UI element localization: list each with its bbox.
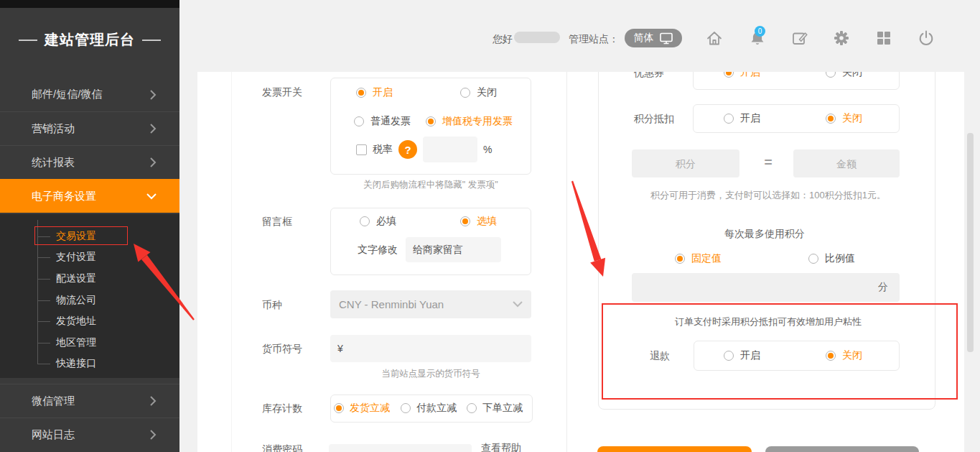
panel-column-divider — [566, 72, 567, 452]
radio-coupon-on[interactable] — [724, 72, 734, 78]
submenu-label: 支付设置 — [56, 251, 96, 264]
invoice-vat-label: 增值税专用发票 — [442, 115, 513, 128]
submenu-item-express-api[interactable]: 快递接口 — [0, 354, 179, 375]
power-icon[interactable] — [917, 29, 935, 47]
help-icon[interactable]: ? — [398, 140, 417, 159]
submenu-item-region-management[interactable]: 地区管理 — [0, 332, 179, 354]
refund-off-option[interactable]: 关闭 — [826, 349, 862, 363]
submenu-item-logistics-company[interactable]: 物流公司 — [0, 290, 179, 311]
sidebar-item-wechat-management[interactable]: 微信管理 — [0, 384, 179, 418]
message-optional-option[interactable]: 选填 — [460, 214, 497, 229]
radio-points-on[interactable] — [724, 114, 734, 124]
message-required-option[interactable]: 必填 — [360, 214, 396, 229]
invoice-on-option[interactable]: 开启 — [356, 86, 393, 100]
stock-order-option[interactable]: 下单立减 — [467, 401, 523, 415]
sidebar-item-marketing[interactable]: 营销活动 — [0, 111, 179, 145]
scrollbar-thumb[interactable] — [967, 133, 974, 352]
cancel-button[interactable] — [765, 446, 919, 452]
fixed-value-option[interactable]: 固定值 — [675, 252, 722, 266]
currency-select[interactable]: CNY - Renminbi Yuan — [330, 290, 531, 318]
invoice-note: 关闭后购物流程中将隐藏" 发票项" — [330, 179, 531, 190]
title-dash-left — [19, 40, 37, 41]
invoice-switch-label: 发票开关 — [262, 85, 302, 99]
stock-ship-option[interactable]: 发货立减 — [334, 401, 390, 415]
message-box-label: 留言框 — [262, 214, 292, 229]
message-required-label: 必填 — [376, 215, 396, 228]
points-on-label: 开启 — [740, 112, 760, 125]
sidebar-item-mail-sms-wechat[interactable]: 邮件/短信/微信 — [0, 78, 179, 111]
radio-refund-on[interactable] — [724, 351, 734, 361]
sidebar-item-label: 网站日志 — [32, 428, 75, 442]
max-points-field: 分 — [632, 273, 900, 302]
apps-grid-icon[interactable] — [874, 29, 893, 47]
gear-icon[interactable] — [832, 29, 851, 47]
submenu-item-trade-settings[interactable]: 交易设置 — [0, 226, 179, 247]
language-pill-label: 简体 — [634, 32, 654, 45]
ratio-value-label: 比例值 — [825, 252, 855, 265]
radio-message-optional[interactable] — [460, 216, 470, 226]
view-help-link[interactable]: 查看帮助 — [481, 442, 521, 452]
stock-pay-option[interactable]: 付款立减 — [401, 401, 457, 415]
sidebar-item-label: 微信管理 — [32, 395, 75, 408]
consume-password-input[interactable] — [329, 444, 472, 452]
submenu-item-payment-settings[interactable]: 支付设置 — [0, 247, 179, 269]
save-button[interactable] — [597, 446, 752, 452]
coupon-off-option[interactable]: 关闭 — [826, 72, 862, 80]
tax-rate-checkbox[interactable] — [356, 144, 367, 155]
radio-refund-off[interactable] — [826, 351, 836, 361]
sidebar-item-label: 电子商务设置 — [32, 190, 96, 203]
manage-site-label: 管理站点： — [569, 33, 619, 46]
points-input[interactable] — [632, 149, 739, 177]
radio-message-required[interactable] — [360, 216, 370, 226]
max-points-title: 每次最多使用积分 — [693, 228, 836, 241]
refund-on-option[interactable]: 开启 — [724, 349, 760, 363]
currency-symbol-input[interactable] — [330, 335, 531, 362]
sidebar-item-ecommerce-settings[interactable]: 电子商务设置 — [0, 179, 179, 213]
radio-stock-ship[interactable] — [334, 403, 344, 413]
amount-input[interactable] — [793, 149, 900, 177]
notification-badge: 0 — [755, 26, 765, 37]
text-edit-label: 文字修改 — [358, 244, 398, 257]
submenu-label: 快递接口 — [56, 357, 96, 370]
coupon-off-label: 关闭 — [842, 72, 862, 79]
radio-ratio-value[interactable] — [808, 254, 818, 264]
invoice-off-option[interactable]: 关闭 — [460, 86, 497, 100]
invoice-vat-option[interactable]: 增值税专用发票 — [426, 114, 513, 129]
points-off-option[interactable]: 关闭 — [826, 111, 862, 126]
radio-invoice-off[interactable] — [460, 88, 470, 98]
chevron-right-icon — [150, 90, 157, 100]
admin-page: 建站管理后台 邮件/短信/微信 营销活动 统计报表 电子商务设置 交 — [0, 0, 980, 452]
submenu-item-delivery-settings[interactable]: 配送设置 — [0, 268, 179, 290]
radio-stock-order[interactable] — [467, 403, 477, 413]
invoice-off-label: 关闭 — [477, 86, 497, 99]
message-optional-label: 选填 — [477, 215, 497, 228]
message-text-input[interactable] — [406, 237, 501, 262]
submenu-label: 物流公司 — [56, 294, 96, 307]
fixed-value-label: 固定值 — [691, 252, 722, 265]
ratio-value-option[interactable]: 比例值 — [808, 252, 855, 266]
radio-stock-pay[interactable] — [401, 403, 411, 413]
radio-invoice-vat[interactable] — [426, 116, 436, 126]
equals-sign: = — [760, 154, 777, 170]
max-points-input[interactable] — [643, 281, 878, 294]
invoice-normal-option[interactable]: 普通发票 — [354, 114, 411, 129]
sidebar-item-statistics[interactable]: 统计报表 — [0, 145, 179, 179]
radio-invoice-normal[interactable] — [354, 116, 364, 126]
sidebar-item-site-logs[interactable]: 网站日志 — [0, 418, 179, 451]
stock-ship-label: 发货立减 — [350, 402, 390, 415]
submenu-item-shipping-address[interactable]: 发货地址 — [0, 310, 179, 332]
radio-fixed-value[interactable] — [675, 254, 685, 264]
coupon-on-option[interactable]: 开启 — [724, 72, 760, 80]
radio-points-off[interactable] — [826, 114, 836, 124]
submenu-label: 发货地址 — [56, 315, 96, 328]
language-pill-button[interactable]: 简体 — [625, 29, 682, 47]
edit-icon[interactable] — [790, 29, 809, 47]
tax-rate-input[interactable] — [423, 137, 477, 162]
points-on-option[interactable]: 开启 — [724, 111, 760, 126]
home-icon[interactable] — [705, 29, 724, 47]
submenu-label: 交易设置 — [56, 230, 96, 243]
chevron-right-icon — [150, 124, 157, 134]
tax-rate-row: 税率 ? % — [356, 135, 492, 164]
radio-invoice-on[interactable] — [356, 88, 366, 98]
radio-coupon-off[interactable] — [826, 72, 836, 78]
